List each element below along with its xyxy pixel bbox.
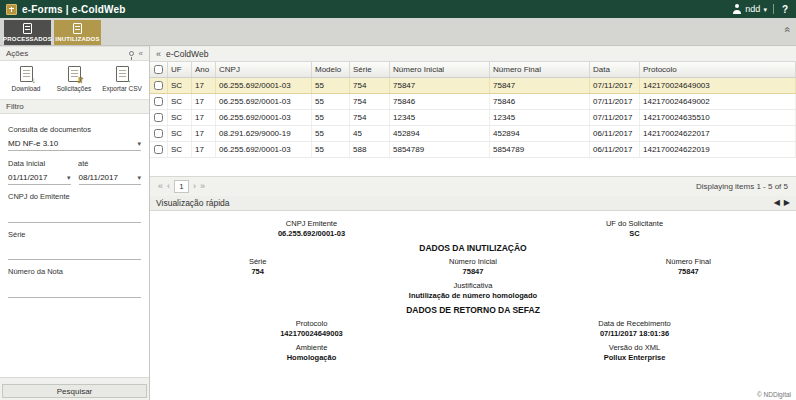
protocolo-qv-value: 142170024649003 [150,329,473,339]
table-row[interactable]: SC 17 06.255.692/0001-03 55 754 75847 75… [150,78,796,94]
page-title: e-ColdWeb [166,49,208,59]
serie-label: Série [8,230,141,239]
end-date-picker[interactable]: 08/11/2017 ▾ [79,171,142,185]
row-checkbox[interactable] [154,113,163,122]
numero-final-label: Número Final [581,257,796,267]
column-header-cnpj[interactable]: CNPJ [216,62,312,77]
cnpj-emitente-label: CNPJ Emitente [150,219,473,229]
serie-input[interactable] [8,247,141,260]
app-window: e-Forms | e-ColdWeb ndd ▾ ? PROCESSADOS … [0,0,796,400]
section-dados-retorno-sefaz: DADOS DE RETORNO DA SEFAZ [150,305,796,315]
previous-document-icon[interactable]: ◀ [774,199,780,207]
cell-modelo: 55 [312,142,350,157]
next-document-icon[interactable]: ▶ [784,199,790,207]
cell-numero-inicial: 75846 [390,94,490,109]
chevron-down-icon: ▾ [137,174,141,181]
row-checkbox[interactable] [154,145,163,154]
cell-numero-inicial: 5854789 [390,142,490,157]
column-header-numero-inicial[interactable]: Número Inicial [390,62,490,77]
cell-ano: 17 [192,94,216,109]
requests-icon: ⇵ [68,66,81,82]
cell-protocolo: 142170024649002 [640,94,796,109]
actions-panel-title: Ações [6,49,28,58]
main-panel: « e-ColdWeb UF Ano CNPJ Modelo Série Núm… [150,46,796,400]
column-header-ano[interactable]: Ano [192,62,216,77]
column-header-data[interactable]: Data [590,62,640,77]
column-header-modelo[interactable]: Modelo [312,62,350,77]
collapse-panel-icon[interactable]: « [139,50,143,58]
actions-panel-header: Ações « [0,46,149,61]
table-row[interactable]: SC 17 08.291.629/9000-19 55 45 452894 45… [150,126,796,142]
collapse-ribbon-icon[interactable]: « [783,27,794,33]
cell-serie: 754 [350,110,390,125]
document-type-select[interactable]: MD NF-e 3.10 ▾ [8,137,141,151]
cnpj-input[interactable] [8,210,141,223]
help-button[interactable]: ? [780,4,790,15]
justificativa-value: Inutilização de número homologado [150,291,796,301]
app-title: e-Forms | e-ColdWeb [22,4,126,15]
cell-protocolo: 142170024622017 [640,126,796,141]
column-header-protocolo[interactable]: Protocolo [640,62,796,77]
cell-serie: 588 [350,142,390,157]
select-all-checkbox[interactable] [154,65,163,74]
row-checkbox[interactable] [154,129,163,138]
action-label: Download [12,85,41,92]
cell-data: 07/11/2017 [590,78,640,93]
quickview-header: Visualização rápida ◀ ▶ [150,196,796,211]
row-checkbox[interactable] [154,97,163,106]
quickview-body: CNPJ Emitente 06.255.692/0001-03 UF do S… [150,211,796,400]
ambiente-label: Ambiente [150,343,473,353]
until-label: até [78,159,88,168]
column-header-serie[interactable]: Série [350,62,390,77]
pagination-last-button[interactable]: » [200,182,205,191]
export-csv-button[interactable]: → Exportar CSV [98,66,146,92]
sidebar-footer: Pesquisar [0,377,149,400]
column-header-numero-final[interactable]: Número Final [490,62,590,77]
tab-bar: PROCESSADOS INUTILIZADOS « [0,18,796,46]
uf-solicitante-label: UF do Solicitante [473,219,796,229]
search-button[interactable]: Pesquisar [2,384,147,398]
actions-row: ↓ Download ⇵ Solicitações → Exportar CSV [0,61,149,99]
app-header: e-Forms | e-ColdWeb ndd ▾ ? [0,0,796,18]
download-button[interactable]: ↓ Download [2,66,50,92]
tab-processados[interactable]: PROCESSADOS [4,20,51,45]
app-logo-icon [6,4,17,15]
cell-modelo: 55 [312,126,350,141]
numero-inicial-value: 75847 [365,267,580,277]
pagination-next-button[interactable]: › [193,182,196,191]
sidebar-spacer [0,298,149,377]
table-row[interactable]: SC 17 06.255.692/0001-03 55 588 5854789 … [150,142,796,158]
date-labels: Data Inicial até [8,159,141,168]
table-row[interactable]: SC 17 06.255.692/0001-03 55 754 12345 12… [150,110,796,126]
nota-number-input[interactable] [8,285,141,298]
cell-protocolo: 142170024635510 [640,110,796,125]
cnpj-label: CNPJ do Emitente [8,192,141,201]
cell-numero-inicial: 12345 [390,110,490,125]
pin-icon[interactable] [129,51,134,56]
cell-ano: 17 [192,142,216,157]
collapse-sidebar-icon[interactable]: « [156,49,161,59]
user-menu[interactable]: ndd ▾ [732,4,767,14]
data-recebimento-label: Data de Recebimento [473,319,796,329]
tab-inutilizados[interactable]: INUTILIZADOS [54,20,101,45]
column-header-uf[interactable]: UF [168,62,192,77]
table-body: SC 17 06.255.692/0001-03 55 754 75847 75… [150,78,796,158]
chevron-down-icon: ▾ [137,140,141,147]
brand: e-Forms | e-ColdWeb [6,4,126,15]
solicitacoes-button[interactable]: ⇵ Solicitações [50,66,98,92]
table-row[interactable]: SC 17 06.255.692/0001-03 55 754 75846 75… [150,94,796,110]
pagination-prev-button[interactable]: ‹ [167,182,170,191]
numero-inicial-label: Número Inicial [365,257,580,267]
main-titlebar: « e-ColdWeb [150,46,796,62]
start-date-picker[interactable]: 01/11/2017 ▾ [8,171,71,185]
copyright: © NDDigital [757,391,791,398]
cell-modelo: 55 [312,110,350,125]
section-dados-inutilizacao: DADOS DA INUTILIZAÇÃO [150,243,796,253]
document-icon [23,23,32,34]
filter-form: Consulta de documentos MD NF-e 3.10 ▾ Da… [0,114,149,298]
cell-uf: SC [168,142,192,157]
pagination-first-button[interactable]: « [158,182,163,191]
versao-xml-value: Pollux Enterprise [473,353,796,363]
page-number-input[interactable]: 1 [174,180,189,193]
row-checkbox[interactable] [154,81,163,90]
